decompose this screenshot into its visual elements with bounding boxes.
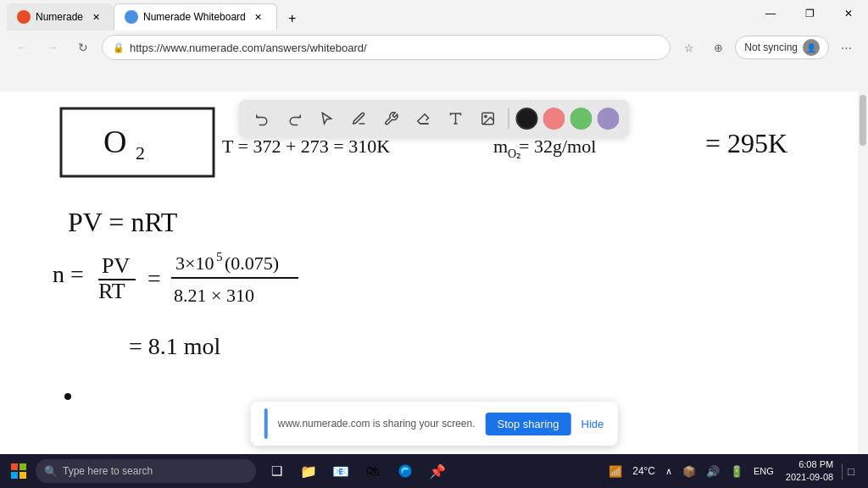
svg-text:O: O (103, 124, 126, 159)
battery-icon[interactable]: 🔋 (726, 463, 747, 480)
color-green[interactable] (570, 108, 593, 130)
whiteboard-drawing: O 2 T = 372 + 273 = 310K m O₂ = 32g/mol … (0, 92, 868, 454)
stop-sharing-button[interactable]: Stop sharing (486, 413, 571, 435)
svg-rect-27 (11, 472, 18, 479)
taskbar-task-view[interactable]: ❑ (261, 456, 292, 486)
color-purple[interactable] (598, 108, 620, 130)
search-icon: 🔍 (44, 465, 58, 478)
lock-icon: 🔒 (113, 42, 125, 53)
new-tab-button[interactable]: + (281, 7, 304, 30)
url-bar[interactable]: 🔒 https://www.numerade.com/answers/white… (102, 35, 670, 60)
taskbar-search[interactable]: 🔍 Type here to search (36, 459, 256, 483)
color-black[interactable] (516, 108, 538, 130)
sharing-text: www.numerade.com is sharing your screen. (278, 418, 476, 430)
tab-label-numerade: Numerade (36, 11, 83, 23)
taskbar-edge[interactable] (390, 456, 420, 486)
svg-text:5: 5 (216, 250, 223, 263)
tab-close-whiteboard[interactable]: ✕ (251, 9, 266, 25)
redo-button[interactable] (281, 105, 309, 132)
select-tool-button[interactable] (314, 105, 341, 132)
profile-avatar: 👤 (803, 39, 820, 56)
undo-button[interactable] (249, 105, 276, 132)
taskbar-pinned-app[interactable]: 📌 (422, 456, 453, 486)
svg-text:m: m (493, 136, 508, 157)
sound-icon[interactable]: 🔊 (703, 463, 723, 480)
browser-toolbar-right: ☆ ⊕ Not syncing 👤 ⋯ (677, 36, 858, 59)
dropbox-icon[interactable]: 📦 (679, 463, 699, 480)
clock-date: 2021-09-08 (786, 471, 833, 484)
svg-text:RT: RT (98, 279, 125, 303)
hide-button[interactable]: Hide (581, 418, 604, 430)
svg-text:8.21 × 310: 8.21 × 310 (174, 285, 254, 306)
show-desktop-button[interactable]: □ (842, 463, 858, 480)
url-text: https://www.numerade.com/answers/whitebo… (130, 42, 659, 54)
svg-point-3 (485, 115, 487, 117)
sharing-indicator (264, 408, 268, 439)
language-indicator[interactable]: ENG (750, 464, 777, 478)
address-bar: ← → ↻ 🔒 https://www.numerade.com/answers… (0, 30, 868, 64)
browser-content: O 2 T = 372 + 273 = 310K m O₂ = 32g/mol … (0, 92, 868, 454)
tab-label-whiteboard: Numerade Whiteboard (143, 11, 246, 23)
svg-text:3×10: 3×10 (175, 252, 214, 274)
svg-text:2: 2 (136, 142, 145, 164)
settings-button[interactable]: ⋯ (834, 36, 858, 59)
svg-text:(0.075): (0.075) (225, 252, 279, 274)
taskbar: 🔍 Type here to search ❑ 📁 📧 🛍 📌 📶 24°C ∧… (0, 454, 868, 488)
svg-text:PV = nRT: PV = nRT (68, 207, 178, 237)
window-controls: — ❐ ✕ (751, 0, 868, 27)
start-button[interactable] (3, 456, 34, 486)
svg-rect-28 (19, 472, 26, 479)
taskbar-clock[interactable]: 6:08 PM 2021-09-08 (781, 457, 838, 486)
minimize-button[interactable]: — (751, 0, 790, 27)
svg-point-24 (64, 393, 71, 400)
forward-button[interactable]: → (41, 36, 64, 59)
text-tool-button[interactable] (442, 105, 470, 132)
eraser-tool-button[interactable] (410, 105, 437, 132)
svg-rect-25 (11, 463, 18, 470)
refresh-button[interactable]: ↻ (71, 36, 95, 59)
pencil-tool-button[interactable] (346, 105, 373, 132)
taskbar-file-explorer[interactable]: 📁 (293, 456, 324, 486)
tools-button[interactable] (378, 105, 405, 132)
tab-close-numerade[interactable]: ✕ (88, 9, 103, 25)
network-icon[interactable]: 📶 (605, 463, 626, 480)
scrollbar[interactable] (858, 92, 868, 454)
tab-favicon-whiteboard (125, 10, 138, 24)
tab-numerade[interactable]: Numerade ✕ (7, 3, 114, 30)
svg-text:T = 372 + 273 = 310K: T = 372 + 273 = 310K (222, 136, 390, 157)
system-tray-chevron[interactable]: ∧ (662, 464, 676, 479)
image-tool-button[interactable] (475, 105, 502, 132)
toolbar-separator (509, 108, 509, 129)
sharing-bar: www.numerade.com is sharing your screen.… (251, 402, 618, 446)
back-button[interactable]: ← (10, 36, 34, 59)
close-button[interactable]: ✕ (829, 0, 868, 27)
favorites-button[interactable]: ☆ (677, 36, 701, 59)
weather-display[interactable]: 24°C (629, 463, 659, 479)
whiteboard-canvas[interactable]: O 2 T = 372 + 273 = 310K m O₂ = 32g/mol … (0, 92, 868, 454)
taskbar-apps: ❑ 📁 📧 🛍 📌 (261, 456, 453, 486)
taskbar-mail[interactable]: 📧 (326, 456, 356, 486)
maximize-button[interactable]: ❐ (790, 0, 829, 27)
svg-text:= 32g/mol: = 32g/mol (519, 136, 596, 157)
not-syncing-button[interactable]: Not syncing 👤 (735, 36, 829, 59)
svg-text:= 295K: = 295K (705, 128, 787, 158)
scrollbar-thumb[interactable] (860, 95, 866, 146)
svg-text:PV: PV (102, 253, 130, 278)
collections-button[interactable]: ⊕ (706, 36, 730, 59)
taskbar-right: 📶 24°C ∧ 📦 🔊 🔋 ENG 6:08 PM 2021-09-08 □ (605, 457, 865, 486)
color-pink[interactable] (543, 108, 565, 130)
drawing-toolbar (239, 100, 630, 137)
svg-text:=: = (147, 265, 161, 291)
svg-rect-26 (19, 463, 26, 470)
tab-favicon-numerade (17, 10, 31, 24)
svg-text:= 8.1 mol: = 8.1 mol (129, 333, 221, 359)
taskbar-store[interactable]: 🛍 (358, 456, 388, 486)
tab-whiteboard[interactable]: Numerade Whiteboard ✕ (114, 3, 277, 30)
taskbar-search-placeholder: Type here to search (63, 465, 153, 477)
clock-time: 6:08 PM (786, 458, 833, 471)
svg-text:n =: n = (53, 261, 84, 287)
not-syncing-label: Not syncing (744, 42, 798, 53)
